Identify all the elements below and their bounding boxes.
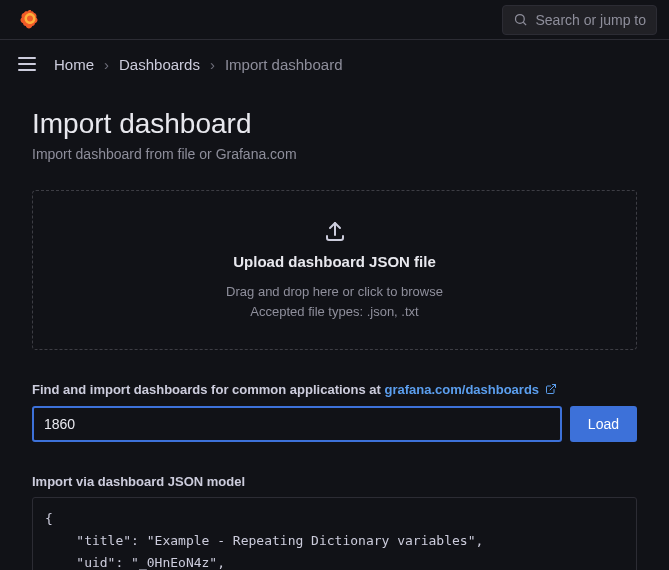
external-link-icon bbox=[545, 383, 557, 398]
breadcrumb: Home › Dashboards › Import dashboard bbox=[54, 56, 342, 73]
upload-hint-line1: Drag and drop here or click to browse bbox=[49, 282, 620, 302]
chevron-right-icon: › bbox=[210, 56, 215, 73]
load-button[interactable]: Load bbox=[570, 406, 637, 442]
svg-line-1 bbox=[523, 22, 526, 25]
upload-dropzone[interactable]: Upload dashboard JSON file Drag and drop… bbox=[32, 190, 637, 350]
grafana-logo[interactable] bbox=[18, 8, 42, 32]
menu-toggle[interactable] bbox=[12, 51, 42, 77]
json-model-textarea[interactable] bbox=[32, 497, 637, 570]
json-model-label: Import via dashboard JSON model bbox=[32, 474, 637, 489]
breadcrumb-dashboards[interactable]: Dashboards bbox=[119, 56, 200, 73]
dashboard-id-input[interactable] bbox=[32, 406, 562, 442]
breadcrumb-current: Import dashboard bbox=[225, 56, 343, 73]
find-import-label: Find and import dashboards for common ap… bbox=[32, 382, 637, 398]
page-subtitle: Import dashboard from file or Grafana.co… bbox=[32, 146, 637, 162]
search-placeholder: Search or jump to bbox=[536, 12, 647, 28]
search-icon bbox=[513, 12, 528, 27]
svg-point-0 bbox=[515, 15, 524, 24]
chevron-right-icon: › bbox=[104, 56, 109, 73]
svg-line-3 bbox=[550, 385, 556, 391]
upload-hint-line2: Accepted file types: .json, .txt bbox=[49, 302, 620, 322]
page-title: Import dashboard bbox=[32, 108, 637, 140]
upload-icon bbox=[323, 219, 347, 243]
grafana-dashboards-link[interactable]: grafana.com/dashboards bbox=[384, 382, 539, 397]
search-box[interactable]: Search or jump to bbox=[502, 5, 658, 35]
breadcrumb-home[interactable]: Home bbox=[54, 56, 94, 73]
upload-title: Upload dashboard JSON file bbox=[49, 253, 620, 270]
